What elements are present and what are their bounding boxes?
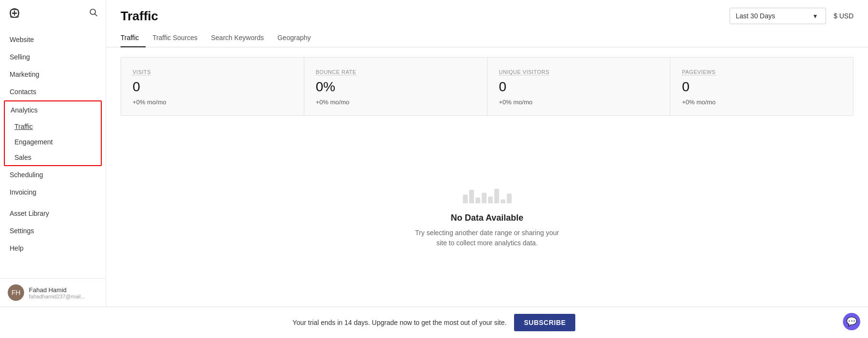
- search-button[interactable]: [89, 8, 98, 19]
- squarespace-logo: [8, 7, 21, 20]
- avatar: FH: [8, 284, 24, 301]
- stat-pageviews-change: +0% mo/mo: [682, 99, 841, 106]
- stat-unique-visitors: UNIQUE VISITORS 0 +0% mo/mo: [488, 57, 671, 115]
- sidebar-item-marketing[interactable]: Marketing: [0, 66, 106, 83]
- sidebar-header: [0, 0, 106, 27]
- chat-widget[interactable]: 💬: [843, 313, 860, 330]
- empty-chart-icon: [463, 174, 512, 203]
- stat-pageviews: PAGEVIEWS 0 +0% mo/mo: [670, 57, 853, 115]
- date-range-label: Last 30 Days: [736, 12, 775, 20]
- date-range-selector[interactable]: Last 30 Days ▾: [730, 8, 826, 24]
- stat-visits: VISITS 0 +0% mo/mo: [121, 57, 304, 115]
- stat-visits-value: 0: [133, 79, 292, 95]
- sidebar-item-website[interactable]: Website: [0, 31, 106, 48]
- stat-bounce-value: 0%: [316, 79, 475, 95]
- tab-traffic[interactable]: Traffic: [121, 29, 146, 47]
- sidebar-item-traffic[interactable]: Traffic: [5, 119, 101, 134]
- stat-bounce-rate: BOUNCE RATE 0% +0% mo/mo: [304, 57, 488, 115]
- user-profile[interactable]: FH Fahad Hamid fahadhamid237@mail...: [0, 278, 106, 307]
- stat-unique-value: 0: [499, 79, 659, 95]
- tab-search-keywords[interactable]: Search Keywords: [204, 29, 271, 47]
- no-data-area: No Data Available Try selecting another …: [106, 116, 868, 307]
- user-info: Fahad Hamid fahadhamid237@mail...: [29, 286, 85, 299]
- sidebar-item-sales[interactable]: Sales: [5, 150, 101, 165]
- chevron-down-icon: ▾: [814, 12, 817, 20]
- sidebar-item-settings[interactable]: Settings: [0, 222, 106, 239]
- sidebar-item-analytics[interactable]: Analytics: [5, 101, 101, 119]
- sidebar-item-selling[interactable]: Selling: [0, 48, 106, 66]
- tab-bar: Traffic Traffic Sources Search Keywords …: [106, 29, 868, 47]
- stat-unique-label: UNIQUE VISITORS: [499, 69, 549, 75]
- no-data-title: No Data Available: [451, 213, 524, 223]
- sidebar-item-contacts[interactable]: Contacts: [0, 83, 106, 100]
- stat-unique-change: +0% mo/mo: [499, 99, 659, 106]
- user-email: fahadhamid237@mail...: [29, 294, 85, 299]
- page-header: Traffic Last 30 Days ▾ $ USD: [106, 0, 868, 24]
- stat-pageviews-label: PAGEVIEWS: [682, 69, 716, 75]
- stat-visits-label: VISITS: [133, 69, 151, 75]
- sidebar-item-help[interactable]: Help: [0, 239, 106, 257]
- page-title: Traffic: [121, 9, 158, 24]
- main-content: Traffic Last 30 Days ▾ $ USD Traffic Tra…: [106, 0, 868, 307]
- sidebar-item-invoicing[interactable]: Invoicing: [0, 183, 106, 201]
- stat-pageviews-value: 0: [682, 79, 841, 95]
- sidebar-item-engagement[interactable]: Engagement: [5, 134, 101, 150]
- subscribe-button[interactable]: SUBSCRIBE: [514, 314, 575, 331]
- stats-row: VISITS 0 +0% mo/mo BOUNCE RATE 0% +0% mo…: [121, 57, 854, 116]
- tab-geography[interactable]: Geography: [271, 29, 317, 47]
- tab-traffic-sources[interactable]: Traffic Sources: [146, 29, 204, 47]
- svg-line-2: [95, 14, 97, 16]
- sidebar: Website Selling Marketing Contacts Analy…: [0, 0, 106, 307]
- trial-banner: Your trial ends in 14 days. Upgrade now …: [0, 307, 868, 338]
- sidebar-nav: Website Selling Marketing Contacts Analy…: [0, 27, 106, 278]
- no-data-subtitle: Try selecting another date range or shar…: [410, 228, 564, 248]
- user-name: Fahad Hamid: [29, 286, 85, 294]
- sidebar-item-scheduling[interactable]: Scheduling: [0, 166, 106, 183]
- sidebar-item-asset-library[interactable]: Asset Library: [0, 205, 106, 222]
- stat-visits-change: +0% mo/mo: [133, 99, 292, 106]
- trial-message: Your trial ends in 14 days. Upgrade now …: [293, 319, 507, 326]
- header-controls: Last 30 Days ▾ $ USD: [730, 8, 854, 24]
- chat-icon: 💬: [846, 316, 857, 327]
- analytics-section: Analytics Traffic Engagement Sales: [4, 100, 102, 166]
- stat-bounce-label: BOUNCE RATE: [316, 69, 356, 75]
- stat-bounce-change: +0% mo/mo: [316, 99, 475, 106]
- currency-label: $ USD: [834, 12, 854, 20]
